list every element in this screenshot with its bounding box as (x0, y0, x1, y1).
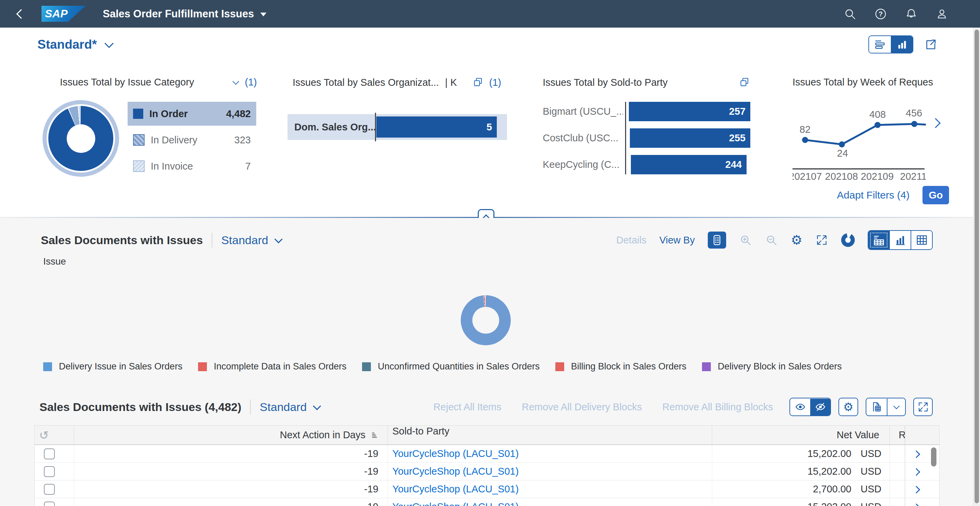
row-navigation-chevron[interactable] (914, 484, 919, 495)
next-action-value: -19 (364, 466, 379, 477)
legend-item[interactable]: Delivery Block in Sales Orders (702, 361, 842, 372)
zoom-out-icon[interactable] (765, 234, 778, 247)
legend-item[interactable]: Incomplete Data in Sales Orders (198, 361, 347, 372)
help-icon[interactable]: ? (874, 7, 888, 21)
table-variant-selector[interactable]: Standard (259, 401, 320, 414)
sold-to-link[interactable]: YourCycleShop (LACU_S01) (392, 466, 519, 477)
row-checkbox[interactable] (44, 449, 55, 459)
table-toolbar: ⚙ (789, 398, 933, 416)
card-title: Issues Total by Issue Category (60, 77, 194, 88)
copy-icon[interactable] (472, 77, 484, 88)
net-value: 15,202.00 (712, 501, 851, 506)
bar-value: 257 (729, 106, 746, 117)
toggle-legend-button[interactable] (708, 231, 726, 249)
table-settings-button[interactable]: ⚙ (838, 398, 858, 416)
legend-label: Delivery Issue in Sales Orders (59, 361, 182, 372)
legend-row-in-invoice[interactable]: In Invoice 7 (127, 154, 256, 178)
column-header-sold-to[interactable]: Sold-to Party (388, 426, 712, 444)
adapt-filters-link[interactable]: Adapt Filters (4) (837, 189, 910, 201)
sales-org-bar-row[interactable]: Dom. Sales Org... 5 (288, 114, 507, 140)
filter-fields-view-button[interactable] (869, 36, 891, 53)
view-by-button[interactable]: View By (659, 235, 695, 246)
issues-donut-chart[interactable] (461, 295, 511, 345)
column-header-net-value[interactable]: Net Value (712, 426, 890, 444)
chart-table-view-button[interactable] (869, 231, 889, 249)
chart-dimension-label: Issue (43, 256, 66, 267)
legend-swatch (702, 362, 711, 371)
donut-plot[interactable] (47, 104, 115, 172)
bar-row[interactable]: CostClub (USC... 255 (543, 128, 750, 148)
row-checkbox[interactable] (44, 501, 55, 506)
show-details-eye-icon[interactable] (790, 399, 810, 415)
chart-type-donut-icon[interactable] (841, 233, 855, 247)
chart-section-title: Sales Documents with Issues (41, 234, 203, 247)
search-icon[interactable] (843, 7, 857, 21)
legend-label: Billing Block in Sales Orders (571, 361, 686, 372)
share-icon[interactable] (924, 37, 938, 52)
sold-to-link[interactable]: YourCycleShop (LACU_S01) (392, 501, 519, 506)
remove-all-billing-blocks-button[interactable]: Remove All Billing Blocks (662, 401, 773, 413)
column-header-next-action[interactable]: Next Action in Days (74, 426, 388, 444)
notifications-bell-icon[interactable] (904, 7, 918, 21)
visual-filters-view-button[interactable] (891, 36, 913, 53)
reject-all-items-button[interactable]: Reject All Items (434, 401, 501, 413)
reset-column-header[interactable]: ↺ (35, 426, 74, 444)
data-label: 24 (837, 148, 848, 159)
back-button[interactable] (18, 10, 27, 18)
page-scrollbar[interactable] (973, 27, 980, 506)
visual-filter-bar: Issues Total by Issue Category (1) In Or… (0, 61, 980, 217)
chart-variant-selector[interactable]: Standard (221, 234, 282, 247)
table-row[interactable]: -19 YourCycleShop (LACU_S01) 2,700.00USD (35, 480, 939, 498)
table-view-button[interactable] (911, 231, 932, 249)
chart-view-button[interactable] (889, 231, 911, 249)
table-scrollbar-track[interactable] (927, 426, 939, 444)
table-row[interactable]: -19 YourCycleShop (LACU_S01) 15,202.00US… (35, 463, 939, 480)
week-line-chart[interactable]: 82 24 408 456 202107 202108 202109 20211 (792, 102, 926, 181)
row-checkbox[interactable] (44, 484, 55, 495)
details-button[interactable]: Details (616, 235, 646, 246)
legend-label: In Delivery (151, 134, 197, 146)
table-fullscreen-button[interactable] (913, 398, 933, 416)
table-row[interactable]: -19 YourCycleShop (LACU_S01) 15,202.00US… (35, 498, 939, 506)
zoom-in-icon[interactable] (739, 234, 752, 247)
legend-row-in-order[interactable]: In Order 4,482 (127, 102, 256, 126)
row-navigation-chevron[interactable] (914, 448, 919, 459)
sold-to-link[interactable]: YourCycleShop (LACU_S01) (392, 448, 519, 459)
bar[interactable]: 5 (376, 117, 497, 137)
row-checkbox[interactable] (44, 466, 55, 477)
bar-row[interactable]: Bigmart (USCU_... 257 (543, 102, 750, 121)
row-navigation-chevron[interactable] (914, 501, 919, 506)
legend-swatch (133, 134, 145, 146)
legend-item[interactable]: Delivery Issue in Sales Orders (43, 361, 182, 372)
copy-icon[interactable] (739, 77, 750, 88)
legend-row-in-delivery[interactable]: In Delivery 323 (127, 128, 256, 152)
sold-to-link[interactable]: YourCycleShop (LACU_S01) (392, 484, 519, 495)
bar[interactable]: 255 (630, 128, 750, 148)
legend-item[interactable]: Unconfirmed Quantities in Sales Orders (362, 361, 540, 372)
chart-settings-gear-icon[interactable]: ⚙ (791, 234, 802, 247)
legend-item[interactable]: Billing Block in Sales Orders (555, 361, 686, 372)
remove-all-delivery-blocks-button[interactable]: Remove All Delivery Blocks (522, 401, 642, 413)
column-header-clipped[interactable]: R (890, 429, 905, 441)
app-title-menu[interactable]: Sales Order Fulfillment Issues (103, 8, 266, 20)
table-row[interactable]: -19 YourCycleShop (LACU_S01) 15,202.00US… (35, 445, 939, 463)
page-variant-selector[interactable]: Standard* (37, 37, 112, 52)
legend-label: Unconfirmed Quantities in Sales Orders (378, 361, 540, 372)
carousel-next-icon[interactable] (932, 120, 939, 128)
row-navigation-chevron[interactable] (914, 466, 919, 477)
chevron-down-icon[interactable] (232, 78, 239, 85)
issue-category-donut-chart[interactable] (43, 100, 119, 177)
bar[interactable]: 244 (631, 155, 746, 174)
export-to-spreadsheet-icon[interactable] (866, 399, 887, 415)
chevron-down-icon (275, 235, 283, 243)
page-scrollbar-thumb[interactable] (975, 30, 979, 503)
filter-card-sales-organization: Issues Total by Sales Organizat... | K (… (288, 77, 507, 88)
bar[interactable]: 257 (629, 102, 750, 121)
chart-fullscreen-icon[interactable] (815, 234, 828, 247)
bar-row[interactable]: KeepCycling (C... 244 (543, 155, 750, 174)
user-profile-icon[interactable] (935, 7, 949, 21)
app-title-dropdown-icon (260, 13, 266, 16)
hide-details-eye-slash-icon[interactable] (810, 399, 830, 415)
go-button[interactable]: Go (923, 186, 949, 204)
export-menu-chevron-icon[interactable] (887, 399, 905, 415)
